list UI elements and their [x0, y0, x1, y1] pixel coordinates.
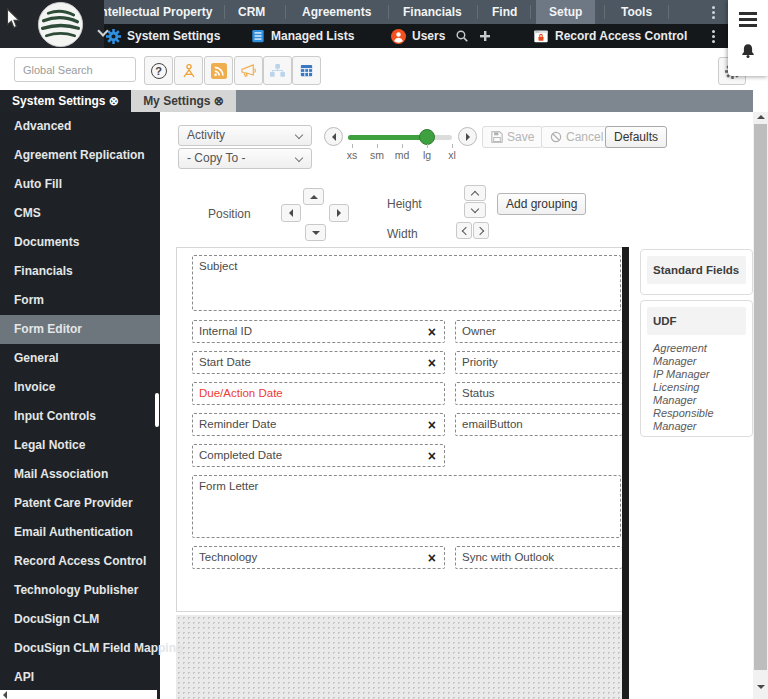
page-scrollbar-thumb[interactable] — [754, 124, 767, 670]
form-field-owner[interactable]: Owner — [455, 320, 622, 343]
remove-field-icon[interactable]: × — [428, 323, 436, 341]
remove-field-icon[interactable]: × — [428, 416, 436, 434]
cancel-button[interactable]: Cancel — [541, 126, 612, 148]
submenu-users[interactable]: Users — [391, 24, 445, 48]
form-field-subject[interactable]: Subject — [192, 255, 621, 311]
tab-close-icon[interactable]: ⊗ — [214, 94, 224, 108]
add-grouping-button[interactable]: Add grouping — [497, 193, 586, 215]
udf-item-ip-manager[interactable]: IP Manager — [653, 368, 740, 381]
sidebar-item-mail-association[interactable]: Mail Association — [0, 460, 160, 489]
submenu-managed-lists[interactable]: Managed Lists — [251, 24, 354, 48]
org-users-button[interactable] — [263, 56, 292, 85]
form-field-completed-date[interactable]: Completed Date× — [192, 444, 445, 467]
remove-field-icon[interactable]: × — [428, 354, 436, 372]
sidebar-item-legal-notice[interactable]: Legal Notice — [0, 431, 160, 460]
settings-sidebar: Advanced Agreement Replication Auto Fill… — [0, 112, 160, 699]
menu-find[interactable]: Find — [492, 0, 517, 24]
sidebar-item-auto-fill[interactable]: Auto Fill — [0, 170, 160, 199]
sidebar-item-invoice[interactable]: Invoice — [0, 373, 160, 402]
menu-agreements[interactable]: Agreements — [302, 0, 371, 24]
sidebar-item-cms[interactable]: CMS — [0, 199, 160, 228]
hamburger-menu-icon[interactable] — [739, 12, 757, 30]
menu-setup[interactable]: Setup — [536, 0, 595, 24]
sidebar-item-docusign-clm-field-mapping[interactable]: DocuSign CLM Field Mapping — [0, 634, 160, 663]
position-up-button[interactable] — [303, 188, 324, 205]
tab-my-settings[interactable]: My Settings ⊗ — [131, 90, 236, 112]
sidebar-item-api[interactable]: API — [0, 663, 160, 692]
udf-item-responsible-manager[interactable]: Responsible Manager — [653, 407, 740, 433]
form-field-technology[interactable]: Technology× — [192, 546, 445, 569]
sidebar-item-technology-publisher[interactable]: Technology Publisher — [0, 576, 160, 605]
sidebar-item-email-authentication[interactable]: Email Authentication — [0, 518, 160, 547]
company-logo[interactable] — [36, 1, 85, 48]
menu-tools[interactable]: Tools — [621, 0, 652, 24]
size-slider-track[interactable] — [348, 135, 452, 140]
remove-field-icon[interactable]: × — [428, 549, 436, 567]
overflow-dots-icon[interactable] — [712, 30, 716, 45]
form-field-email-button[interactable]: emailButton — [455, 413, 622, 436]
submenu-system-settings[interactable]: System Settings — [106, 24, 220, 48]
sidebar-item-patent-care-provider[interactable]: Patent Care Provider — [0, 489, 160, 518]
rss-feed-button[interactable] — [204, 56, 233, 85]
form-field-sync-with-outlook[interactable]: Sync with Outlook — [455, 546, 622, 569]
help-button[interactable]: ? — [144, 56, 173, 85]
add-user-plus-icon[interactable] — [479, 24, 491, 48]
sidebar-item-documents[interactable]: Documents — [0, 228, 160, 257]
submenu-record-access-control[interactable]: Record Access Control — [533, 24, 687, 48]
announcements-button[interactable] — [234, 56, 263, 85]
user-search-icon[interactable] — [455, 24, 469, 48]
width-decrease-button[interactable] — [456, 222, 472, 239]
menu-crm[interactable]: CRM — [238, 0, 265, 24]
bell-icon[interactable] — [740, 42, 756, 60]
size-decrease-button[interactable] — [324, 127, 343, 146]
width-increase-button[interactable] — [473, 222, 489, 239]
form-field-reminder-date[interactable]: Reminder Date× — [192, 413, 445, 436]
overflow-dots-icon[interactable] — [712, 6, 716, 21]
udf-item-agreement-manager[interactable]: Agreement Manager — [653, 342, 740, 368]
height-increase-button[interactable] — [464, 185, 486, 201]
form-field-internal-id[interactable]: Internal ID× — [192, 320, 445, 343]
remove-field-icon[interactable]: × — [428, 447, 436, 465]
sidebar-scrollbar-thumb[interactable] — [155, 393, 159, 427]
udf-item-licensing-manager[interactable]: Licensing Manager — [653, 381, 740, 407]
form-field-due-action-date[interactable]: Due/Action Date — [192, 382, 445, 405]
sidebar-item-record-access-control[interactable]: Record Access Control — [0, 547, 160, 576]
page-scrollbar[interactable] — [753, 112, 768, 699]
sidebar-item-agreement-replication[interactable]: Agreement Replication — [0, 141, 160, 170]
size-increase-button[interactable] — [458, 127, 477, 146]
copy-to-select[interactable]: - Copy To - — [178, 148, 312, 169]
menu-financials[interactable]: Financials — [403, 0, 462, 24]
menu-intellectual-property[interactable]: Intellectual Property — [97, 0, 212, 24]
form-field-start-date[interactable]: Start Date× — [192, 351, 445, 374]
scroll-up-icon[interactable] — [757, 115, 765, 119]
form-field-status[interactable]: Status — [455, 382, 622, 405]
position-down-button[interactable] — [305, 224, 326, 241]
sidebar-item-general[interactable]: General — [0, 344, 160, 373]
standard-fields-header[interactable]: Standard Fields — [647, 256, 746, 284]
tab-system-settings[interactable]: System Settings ⊗ — [0, 90, 131, 112]
sidebar-item-form-editor[interactable]: Form Editor — [0, 315, 160, 344]
sidebar-item-input-controls[interactable]: Input Controls — [0, 402, 160, 431]
global-search-input[interactable] — [14, 57, 136, 82]
form-field-form-letter[interactable]: Form Letter — [192, 475, 621, 538]
form-field-priority[interactable]: Priority — [455, 351, 622, 374]
defaults-button[interactable]: Defaults — [605, 126, 667, 148]
record-type-select[interactable]: Activity — [178, 125, 312, 146]
sidebar-horizontal-scrollbar[interactable] — [0, 690, 157, 699]
sidebar-item-form[interactable]: Form — [0, 286, 160, 315]
calendar-button[interactable] — [292, 56, 321, 85]
udf-header[interactable]: UDF — [647, 307, 746, 335]
position-right-button[interactable] — [329, 204, 349, 222]
height-decrease-button[interactable] — [464, 202, 486, 218]
sidebar-item-financials[interactable]: Financials — [0, 257, 160, 286]
sidebar-item-docusign-clm[interactable]: DocuSign CLM — [0, 605, 160, 634]
size-slider-knob[interactable] — [419, 129, 435, 145]
form-canvas-scrollbar[interactable] — [622, 247, 629, 699]
save-button[interactable]: Save — [482, 126, 543, 148]
tab-close-icon[interactable]: ⊗ — [109, 94, 119, 108]
scroll-down-icon[interactable] — [757, 685, 765, 689]
sidebar-item-advanced[interactable]: Advanced — [0, 112, 160, 141]
agent-person-button[interactable] — [174, 56, 203, 85]
position-left-button[interactable] — [281, 204, 301, 222]
scroll-left-icon[interactable] — [3, 691, 7, 699]
